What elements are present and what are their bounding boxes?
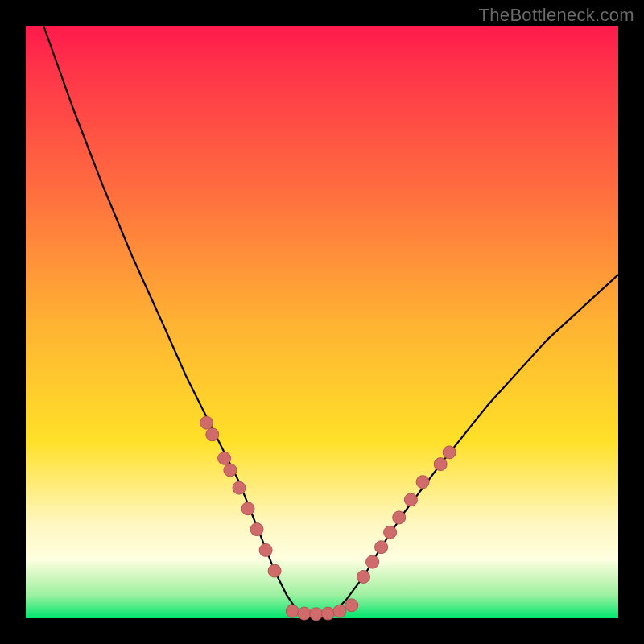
chart-frame: TheBottleneck.com bbox=[0, 0, 644, 644]
data-point bbox=[298, 607, 311, 620]
data-point bbox=[286, 605, 299, 617]
data-point bbox=[259, 543, 272, 556]
data-point bbox=[366, 555, 379, 568]
data-point bbox=[206, 428, 219, 441]
curve-dots-left bbox=[200, 416, 282, 577]
bottleneck-curve bbox=[43, 26, 618, 618]
data-point bbox=[268, 564, 281, 577]
data-point bbox=[434, 458, 447, 471]
data-point bbox=[224, 464, 237, 477]
curve-dots-right bbox=[357, 446, 456, 584]
data-point bbox=[404, 493, 417, 506]
data-point bbox=[218, 452, 231, 464]
data-point bbox=[310, 608, 323, 621]
data-point bbox=[333, 605, 346, 617]
curve-dots-trough bbox=[286, 599, 358, 621]
data-point bbox=[443, 446, 456, 459]
data-point bbox=[357, 571, 370, 584]
plot-area bbox=[26, 26, 618, 618]
data-point bbox=[321, 607, 334, 620]
data-point bbox=[416, 476, 429, 489]
data-point bbox=[200, 416, 213, 429]
data-point bbox=[375, 541, 388, 554]
bottleneck-curve-svg bbox=[26, 26, 618, 618]
data-point bbox=[384, 526, 397, 539]
data-point bbox=[393, 511, 406, 524]
data-point bbox=[345, 599, 358, 612]
data-point bbox=[233, 481, 246, 494]
data-point bbox=[250, 523, 263, 536]
data-point bbox=[242, 502, 254, 515]
watermark-text: TheBottleneck.com bbox=[479, 5, 634, 26]
